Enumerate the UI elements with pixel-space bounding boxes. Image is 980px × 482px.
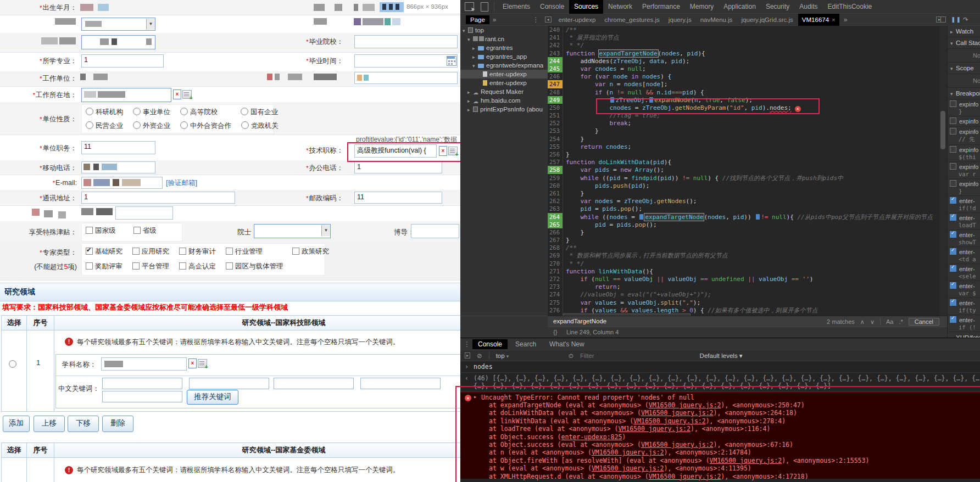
line-number[interactable]: 265	[548, 221, 563, 228]
code-line-265[interactable]: 265 pid = pids.pop();	[548, 221, 939, 228]
line-number[interactable]: 268	[548, 244, 563, 251]
code-line-262[interactable]: 262 var nodes = zTreeObj.getNodes();	[548, 197, 939, 205]
option-省级[interactable]: 省级	[133, 226, 157, 236]
file-tab-chrome_gestures.js[interactable]: chrome_gestures.js	[600, 14, 663, 26]
line-number[interactable]: 246	[548, 72, 563, 80]
search-prev-icon[interactable]: ∧	[860, 318, 865, 326]
clear-selection-icon[interactable]: ×	[173, 89, 181, 99]
code-line-246[interactable]: 246 for (var node in nodes) {	[548, 72, 939, 80]
code-line-273[interactable]: 273 return;	[548, 283, 939, 290]
radio-button[interactable]	[133, 121, 141, 129]
option-高等院校[interactable]: 高等院校	[180, 108, 218, 117]
code-line-241[interactable]: 241 * 展开指定的节点	[548, 33, 939, 41]
checkbox[interactable]	[226, 248, 233, 255]
more-files-icon[interactable]: »	[844, 16, 848, 24]
breakpoint-item[interactable]: expinfo}	[948, 179, 980, 196]
checkbox[interactable]	[179, 262, 186, 270]
option-园区与载体管理[interactable]: 园区与载体管理	[226, 262, 283, 271]
call-stack-section[interactable]: ▾Call Stack	[948, 37, 980, 49]
code-line-242[interactable]: 242 * */	[548, 41, 939, 49]
checkbox[interactable]	[292, 248, 299, 255]
line-number[interactable]: 250	[548, 104, 563, 111]
devtools-tab-sources[interactable]: Sources	[569, 0, 603, 14]
select-from-list-icon[interactable]	[182, 90, 192, 99]
line-number[interactable]: 257	[548, 158, 563, 166]
chevron-down-icon[interactable]: ▼	[146, 19, 155, 30]
file-tab-enter-updexp[interactable]: enter-updexp	[555, 14, 600, 26]
breakpoint-item[interactable]: enter-if(ty	[948, 298, 980, 315]
code-line-244[interactable]: 244 addNodes(zTreeObj, data, pid);	[548, 57, 939, 65]
option-行业管理[interactable]: 行业管理	[226, 247, 263, 256]
code-line-269[interactable]: 269 * 数据和树节点同步展示，打开当前数据节点的所有父节点	[548, 251, 939, 259]
file-tab-navMenu.js[interactable]: navMenu.js	[697, 14, 737, 26]
radio-button[interactable]	[180, 108, 188, 115]
verify-email-link[interactable]: [验证邮箱]	[166, 178, 197, 188]
keyword-input-3[interactable]	[274, 378, 354, 389]
breakpoint-checkbox[interactable]	[950, 100, 956, 107]
select-from-list-icon[interactable]	[198, 359, 207, 368]
keyword-input-5[interactable]	[102, 391, 182, 402]
devtools-tab-console[interactable]: Console	[535, 0, 569, 14]
radio-button[interactable]	[133, 108, 141, 115]
mobile-input[interactable]	[81, 161, 155, 173]
show-drawer-icon[interactable]: ▸▏	[936, 16, 946, 23]
breakpoint-checkbox[interactable]	[950, 265, 956, 272]
line-number[interactable]: 242	[548, 41, 563, 49]
major-input[interactable]: 1	[81, 54, 164, 68]
line-number[interactable]: 243	[548, 49, 563, 57]
tree-item-hm-baidu-com[interactable]: ▸☁hm.baidu.com	[460, 96, 548, 105]
radio-button[interactable]	[241, 108, 248, 115]
breakpoint-checkbox[interactable]	[950, 282, 956, 289]
line-number[interactable]: 271	[548, 267, 563, 275]
line-number[interactable]: 252	[548, 119, 563, 127]
work-unit-input[interactable]	[354, 72, 458, 84]
inspect-element-icon[interactable]: ➤	[465, 2, 474, 11]
breakpoint-checkbox[interactable]	[950, 299, 956, 306]
code-line-274[interactable]: 274 //valueObj = eval("("+valueObj+")");	[548, 290, 939, 298]
line-number[interactable]: 266	[548, 228, 563, 236]
line-number[interactable]: 273	[548, 283, 563, 290]
console-command[interactable]: › nodes	[460, 361, 980, 373]
radio-button[interactable]	[86, 108, 93, 115]
navigator-menu-icon[interactable]: ⋮	[533, 16, 539, 24]
pause-script-icon[interactable]: ❚❚	[951, 16, 961, 23]
action-button-下移[interactable]: 下移	[68, 416, 99, 432]
code-line-272[interactable]: 272 if (null == valueObj || valueObj == …	[548, 275, 939, 283]
devtools-tab-application[interactable]: Application	[719, 0, 761, 14]
breakpoint-item[interactable]: expinfo$(thi	[948, 145, 980, 162]
checkbox[interactable]	[86, 227, 93, 234]
code-line-275[interactable]: 275 var values = valueObj.split(",");	[548, 299, 939, 306]
line-number[interactable]: 251	[548, 111, 563, 119]
line-number[interactable]: 244	[548, 57, 563, 65]
breakpoint-checkbox[interactable]	[950, 197, 956, 204]
code-line-267[interactable]: 267}	[548, 236, 939, 244]
code-line-261[interactable]: 261 }	[548, 189, 939, 197]
option-国家级[interactable]: 国家级	[86, 226, 116, 236]
keyword-input-1[interactable]	[102, 378, 182, 389]
line-number[interactable]: 256	[548, 150, 563, 158]
keyword-input-2[interactable]	[189, 378, 269, 389]
code-line-252[interactable]: 252 break;	[548, 119, 939, 127]
line-number[interactable]: 274	[548, 290, 563, 298]
breakpoint-item[interactable]: expinfo// 先	[948, 127, 980, 145]
option-基础研究[interactable]: 基础研究	[86, 247, 122, 256]
row-select-radio[interactable]	[9, 360, 16, 368]
doctoral-advisor-input[interactable]	[411, 224, 459, 238]
line-number[interactable]: 249	[548, 96, 563, 104]
breakpoint-item[interactable]: expinfo}	[948, 99, 980, 116]
tree-item-top[interactable]: ▾top	[460, 26, 548, 35]
address-input[interactable]: 1	[81, 192, 235, 204]
clear-selection-icon[interactable]: ×	[188, 358, 197, 368]
file-tab-jquery.jqGrid.src.js[interactable]: jquery.jqGrid.src.js	[737, 14, 797, 26]
tree-item-rant-cn[interactable]: ▾rant.cn	[460, 35, 548, 43]
checkbox[interactable]	[133, 227, 141, 234]
clear-console-icon[interactable]: ⊘	[477, 352, 482, 360]
option-政策研究[interactable]: 政策研究	[292, 247, 329, 256]
pretty-print-icon[interactable]: {}	[553, 329, 557, 335]
line-number[interactable]: 240	[548, 26, 563, 33]
tree-item-egrantres[interactable]: ▸egrantres	[460, 43, 548, 52]
option-平台管理[interactable]: 平台管理	[132, 262, 169, 271]
inline-breakpoint-marker[interactable]	[756, 214, 760, 220]
breakpoint-checkbox[interactable]	[950, 248, 956, 255]
option-科研机构[interactable]: 科研机构	[86, 108, 123, 117]
